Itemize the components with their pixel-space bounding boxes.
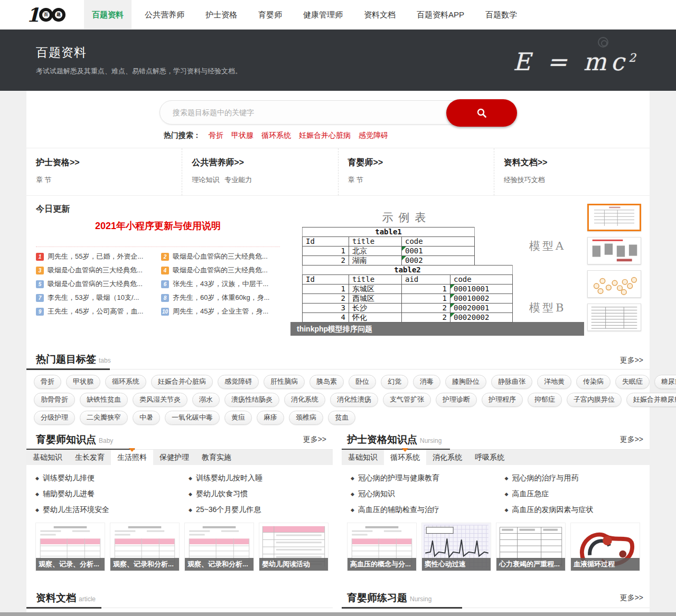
search-button[interactable] [446,99,517,127]
tab-教育实施[interactable]: 教育实施 [195,450,238,465]
article-card[interactable]: 观察、记录和分析... [110,523,180,571]
today-item-link[interactable]: 8 齐先生，60岁，体重60kg，身... [161,291,286,305]
topic-tag[interactable]: 护理诊断 [436,393,477,407]
today-item-link[interactable]: 10 周先生，45岁，企业主管，身... [161,305,286,318]
hot-search-link[interactable]: 妊娠合并心脏病 [299,131,351,139]
slide-thumb-example-table[interactable] [587,204,641,231]
knowledge-link[interactable]: ◆高血压的辅助检查与治疗 [342,501,496,517]
article-card[interactable]: 血液循环过程 [570,523,640,571]
topic-tag[interactable]: 一氧化碳中毒 [165,411,220,425]
topic-tag[interactable]: 妊娠合并糖尿病 [626,393,676,407]
site-logo[interactable]: 1 百 题 [26,0,81,29]
nav-item[interactable]: 资料文档 [356,0,403,29]
knowledge-link[interactable]: ◆训练婴幼儿按时入睡 [180,470,333,486]
nav-item[interactable]: 百题数学 [477,0,525,29]
category-title[interactable]: 育婴师>> [348,157,494,168]
topic-tag[interactable]: 胰岛素 [309,375,344,389]
tab-保健护理[interactable]: 保健护理 [153,450,195,465]
topic-tag[interactable]: 消毒 [413,375,440,389]
nav-item[interactable]: 公共营养师 [137,0,192,29]
topic-tag[interactable]: 护理程序 [482,393,523,407]
tab-消化系统[interactable]: 消化系统 [426,450,468,465]
topic-tag[interactable]: 颈椎病 [289,411,323,425]
article-card[interactable]: 观察、记录、分析... [35,523,105,571]
topic-tag[interactable]: 缺铁性贫血 [80,393,128,407]
category-link[interactable]: 章 节 [36,175,52,185]
topic-tag[interactable]: 黄疸 [224,411,252,425]
topic-tag[interactable]: 循环系统 [105,375,146,389]
today-item-link[interactable]: 9 王先生，45岁，公司高管，血... [36,305,161,318]
topic-tag[interactable]: 中暑 [133,411,160,425]
topic-tag[interactable]: 贫血 [328,411,355,425]
category-title[interactable]: 公共营养师>> [192,157,337,168]
tab-生长发育[interactable]: 生长发育 [69,450,111,465]
slide-preview[interactable]: 示例表 table1Idtitlecode1北京00012湖南0002 tabl… [290,203,584,336]
nav-item[interactable]: 健康管理师 [295,0,351,29]
category-title[interactable]: 护士资格>> [36,157,182,168]
knowledge-link[interactable]: ◆高血压急症 [496,486,650,501]
knowledge-link[interactable]: ◆训练婴幼儿排便 [26,470,180,486]
exercise-more-link[interactable]: 更多>> [620,593,643,603]
article-card[interactable]: 心力衰竭的严重程... [496,523,566,571]
topic-tag[interactable]: 甲状腺 [66,375,100,389]
knowledge-link[interactable]: ◆婴幼儿生活环境安全 [26,501,180,517]
tab-循环系统[interactable]: 循环系统 [384,450,426,465]
article-card[interactable]: 婴幼儿阅读活动 [259,523,328,571]
category-link[interactable]: 经验技巧文档 [504,175,545,185]
topic-tag[interactable]: 静脉曲张 [491,375,532,389]
topic-tag[interactable]: 幻觉 [381,375,408,389]
today-item-link[interactable]: 2 吸烟是心血管病的三大经典危... [161,250,286,263]
nav-item[interactable]: 百题资料APP [409,0,472,29]
today-item-link[interactable]: 1 周先生，55岁，已婚，外资企... [36,250,161,263]
today-item-link[interactable]: 6 张先生，43岁，汉族，中层干... [161,277,286,291]
nursing-more-link[interactable]: 更多>> [620,435,643,444]
knowledge-link[interactable]: ◆冠心病的护理与健康教育 [342,470,496,486]
today-headline-link[interactable]: 2021年小程序更新与使用说明 [36,220,280,232]
today-item-link[interactable]: 5 吸烟是心血管病的三大经典危... [36,277,161,291]
slide-thumb-flow-diagram[interactable] [587,237,641,264]
article-card[interactable]: 窦性心动过速 [421,523,491,571]
hot-search-link[interactable]: 甲状腺 [231,131,253,139]
baby-more-link[interactable]: 更多>> [303,435,326,444]
topic-tag[interactable]: 传染病 [576,375,611,389]
topic-tag[interactable]: 卧位 [349,375,376,389]
topic-tag[interactable]: 溃疡性结肠炎 [224,393,279,407]
category-link[interactable]: 理论知识 [192,175,219,185]
hot-search-link[interactable]: 循环系统 [261,131,291,139]
topic-tag[interactable]: 洋地黄 [537,375,571,389]
slide-thumb-blood-cells[interactable] [587,270,641,298]
category-link[interactable]: 章 节 [348,175,364,185]
category-title[interactable]: 资料文档>> [504,157,650,168]
hot-search-link[interactable]: 感觉障碍 [359,131,388,139]
slide-thumb-document-table[interactable] [587,304,641,331]
article-card[interactable]: 观察、记录和分析... [184,523,254,571]
topic-tag[interactable]: 糖尿病 [654,375,676,389]
knowledge-link[interactable]: ◆冠心病知识 [342,486,496,501]
topic-tag[interactable]: 膝胸卧位 [445,375,486,389]
knowledge-link[interactable]: ◆婴幼儿饮食习惯 [180,486,333,501]
knowledge-link[interactable]: ◆25~36个月婴儿作息 [180,501,333,517]
topic-tag[interactable]: 支气管扩张 [383,393,431,407]
tab-生活照料[interactable]: 生活照料 [111,450,153,465]
topic-tag[interactable]: 二尖瓣狭窄 [80,411,128,425]
topic-tag[interactable]: 分级护理 [34,411,75,425]
tab-呼吸系统[interactable]: 呼吸系统 [468,450,511,465]
knowledge-link[interactable]: ◆辅助婴幼儿进餐 [26,486,180,501]
knowledge-link[interactable]: ◆冠心病的治疗与用药 [496,470,650,486]
topic-tag[interactable]: 子宫内膜异位 [567,393,622,407]
article-card[interactable]: 高血压的概念与分... [347,523,417,571]
today-item-link[interactable]: 3 吸烟是心血管病的三大经典危... [36,263,161,277]
today-item-link[interactable]: 4 吸烟是心血管病的三大经典危... [161,263,286,277]
topic-tag[interactable]: 肋骨骨折 [34,393,75,407]
topic-tag[interactable]: 失眠症 [615,375,650,389]
topic-tag[interactable]: 溺水 [192,393,220,407]
topic-tag[interactable]: 类风湿关节炎 [133,393,187,407]
tab-基础知识[interactable]: 基础知识 [342,450,384,465]
topic-tag[interactable]: 抑郁症 [528,393,562,407]
topic-tag[interactable]: 肝性脑病 [264,375,305,389]
topic-tag[interactable]: 感觉障碍 [218,375,259,389]
topic-tag[interactable]: 麻疹 [257,411,284,425]
today-item-link[interactable]: 7 李先生，53岁，吸烟（10支/... [36,291,161,305]
nav-item[interactable]: 护士资格 [198,0,245,29]
topic-tag[interactable]: 妊娠合并心脏病 [151,375,213,389]
